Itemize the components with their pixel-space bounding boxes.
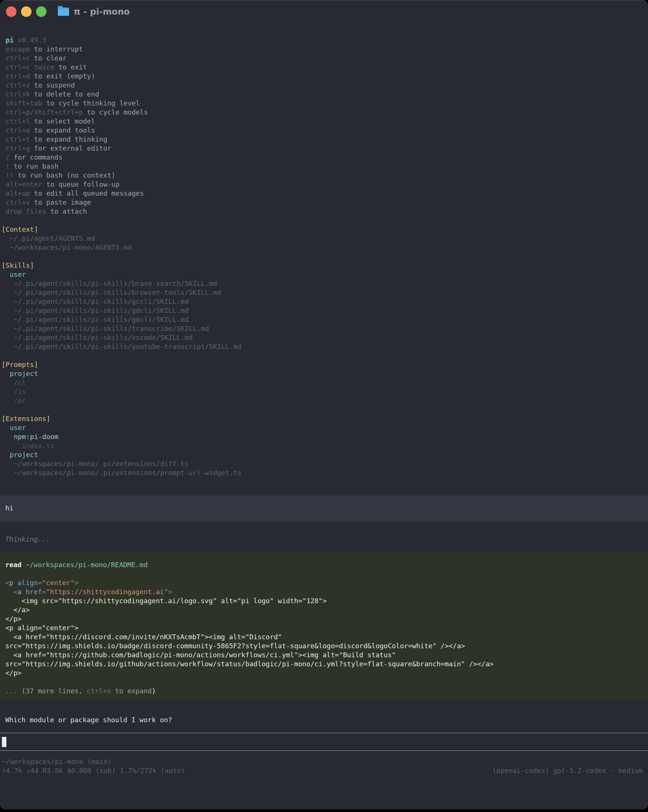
code-line: <a href="https://discord.com/invite/nKXT… <box>0 632 648 641</box>
shortcut-line: ctrl+c twiceto exit <box>0 63 648 72</box>
section-header-extensions: [Extensions] <box>0 414 648 423</box>
code-line: <p align="center"> <box>0 623 648 632</box>
user-message: hi <box>0 495 648 521</box>
tool-arg: ~/workspaces/pi-mono/README.md <box>26 561 148 569</box>
prompt-input[interactable] <box>0 733 648 751</box>
shortcut-line: ctrl+vto paste image <box>0 198 648 207</box>
prompt-item: /pr <box>0 396 648 405</box>
shortcut-line: ctrl+oto expand tools <box>0 126 648 135</box>
shortcut-line: !to run bash <box>0 162 648 171</box>
app-name: pi <box>6 36 14 44</box>
expand-hint: ... (37 more lines, ctrl+o to expand) <box>0 687 648 696</box>
code-line: </a> <box>0 606 648 614</box>
shortcut-line: alt+upto edit all queued messages <box>0 189 648 198</box>
code-line: src="https://img.shields.io/badge/discor… <box>0 641 648 650</box>
skill-item: ~/.pi/agent/skills/pi-skills/youtube-tra… <box>0 342 648 351</box>
tool-call-block: read~/workspaces/pi-mono/README.md <p al… <box>0 552 648 701</box>
shortcut-line: alt+enterto queue follow-up <box>0 180 648 189</box>
app-window: π - pi-mono piv0.49.3 escapeto interrupt… <box>0 0 648 809</box>
tool-command-line: read~/workspaces/pi-mono/README.md <box>0 560 648 569</box>
text-cursor <box>2 737 6 747</box>
code-line: src="https://img.shields.io/github/actio… <box>0 659 648 669</box>
context-item: ~/workspaces/pi-mono/AGENTS.md <box>0 243 648 252</box>
shortcut-line: !!to run bash (no context) <box>0 171 648 180</box>
shortcut-line: ctrl+tto expand thinking <box>0 135 648 144</box>
title-bar: π - pi-mono <box>0 0 648 23</box>
code-line: </p> <box>0 669 648 678</box>
context-item: ~/.pi/agent/AGENTS.md <box>0 234 648 243</box>
code-line: <p align="center"> <box>0 578 648 588</box>
app-version-line: piv0.49.3 <box>0 36 648 45</box>
shortcut-line: drop filesto attach <box>0 207 648 216</box>
thinking-indicator: Thinking... <box>0 535 648 544</box>
shortcut-line: ctrl+zto suspend <box>0 81 648 90</box>
shortcut-line: shift+tabto cycle thinking level <box>0 99 648 108</box>
assistant-message: Which module or package should I work on… <box>0 716 648 725</box>
shortcut-line: ctrl+dto exit (empty) <box>0 72 648 81</box>
code-line: <img src="https://shittycodingagent.ai/l… <box>0 597 648 606</box>
skills-group-label: user <box>0 270 648 279</box>
section-header-context: [Context] <box>0 225 648 234</box>
skill-item: ~/.pi/agent/skills/pi-skills/brave-searc… <box>0 279 648 288</box>
skill-item: ~/.pi/agent/skills/pi-skills/vscode/SKIL… <box>0 333 648 342</box>
shortcut-line: ctrl+kto delete to end <box>0 90 648 99</box>
extension-npm-package: npm:pi-doom <box>0 432 648 441</box>
section-header-prompts: [Prompts] <box>0 360 648 369</box>
shortcut-line: ctrl+lto select model <box>0 117 648 126</box>
status-stats-line: ↑4.7k ↓44 R3.8k $0.009 (sub) 1.7%/272k (… <box>0 766 648 775</box>
prompt-item: /cl <box>0 378 648 387</box>
tool-name: read <box>5 561 21 569</box>
code-line: <a href="https://shittycodingagent.ai"> <box>0 588 648 597</box>
extension-npm-file: index.ts <box>0 441 648 450</box>
app-version: v0.49.3 <box>18 36 46 44</box>
cwd-branch: ~/workspaces/pi-mono (main) <box>2 757 112 766</box>
skill-item: ~/.pi/agent/skills/pi-skills/gdcli/SKILL… <box>0 306 648 315</box>
extensions-user-group-label: user <box>0 423 648 432</box>
window-title: π - pi-mono <box>73 7 130 17</box>
terminal-content: piv0.49.3 escapeto interrupt ctrl+cto cl… <box>0 23 648 775</box>
prompt-item: /is <box>0 387 648 396</box>
skill-item: ~/.pi/agent/skills/pi-skills/gmcli/SKILL… <box>0 315 648 324</box>
extension-item: ~/workspaces/pi-mono/.pi/extensions/diff… <box>0 459 648 469</box>
shortcut-line: /for commands <box>0 153 648 162</box>
status-bar: ~/workspaces/pi-mono (main) ↑4.7k ↓44 R3… <box>0 757 648 775</box>
close-button[interactable] <box>6 6 17 17</box>
shortcut-line: ctrl+p/shift+ctrl+pto cycle models <box>0 108 648 117</box>
model-indicator: (openai-codex) gpt-5.2-codex · medium <box>492 766 643 775</box>
prompts-group-label: project <box>0 369 648 378</box>
section-header-skills: [Skills] <box>0 261 648 270</box>
extensions-project-group-label: project <box>0 450 648 459</box>
folder-icon <box>58 8 69 16</box>
shortcut-line: ctrl+gfor external editor <box>0 144 648 153</box>
skill-item: ~/.pi/agent/skills/pi-skills/transcribe/… <box>0 324 648 333</box>
skill-item: ~/.pi/agent/skills/pi-skills/gccli/SKILL… <box>0 297 648 306</box>
code-line: <a href="https://github.com/badlogic/pi-… <box>0 650 648 659</box>
shortcut-line: escapeto interrupt <box>0 45 648 54</box>
skill-item: ~/.pi/agent/skills/pi-skills/browser-too… <box>0 288 648 297</box>
code-line: </p> <box>0 614 648 623</box>
shortcut-line: ctrl+cto clear <box>0 54 648 63</box>
zoom-button[interactable] <box>36 6 47 17</box>
status-cwd-line: ~/workspaces/pi-mono (main) <box>0 757 648 766</box>
minimize-button[interactable] <box>21 6 32 17</box>
extension-item: ~/workspaces/pi-mono/.pi/extensions/prom… <box>0 469 648 477</box>
token-stats: ↑4.7k ↓44 R3.8k $0.009 (sub) 1.7%/272k (… <box>2 766 185 775</box>
